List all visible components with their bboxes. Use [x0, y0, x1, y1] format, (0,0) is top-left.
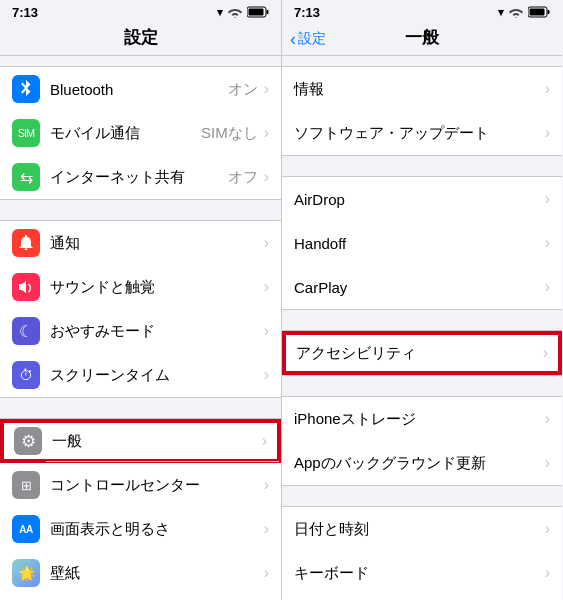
section-storage: iPhoneストレージ › Appのバックグラウンド更新 › — [282, 396, 562, 486]
row-general[interactable]: ⚙ 一般 › — [0, 419, 281, 463]
mobile-icon: SIM — [12, 119, 40, 147]
mobile-label: モバイル通信 — [50, 124, 201, 143]
svg-rect-1 — [249, 8, 264, 15]
row-donotdisturb[interactable]: ☾ おやすみモード › — [0, 309, 281, 353]
settings-list-right[interactable]: 情報 › ソフトウェア・アップデート › AirDrop › Handoff › — [282, 56, 562, 600]
signal-icon-right: ▾ — [498, 6, 504, 19]
row-carplay[interactable]: CarPlay › — [282, 265, 562, 309]
display-label: 画面表示と明るさ — [50, 520, 264, 539]
screentime-icon: ⏱ — [12, 361, 40, 389]
wifi-icon-left — [227, 6, 243, 20]
row-datetime[interactable]: 日付と時刻 › — [282, 507, 562, 551]
row-mobile[interactable]: SIM モバイル通信 SIMなし › — [0, 111, 281, 155]
internet-chevron: › — [264, 168, 269, 186]
row-screentime[interactable]: ⏱ スクリーンタイム › — [0, 353, 281, 397]
status-bar-left: 7:13 ▾ — [0, 0, 281, 22]
svg-rect-8 — [548, 10, 550, 14]
screentime-chevron: › — [264, 366, 269, 384]
info-label: 情報 — [294, 80, 545, 99]
accessibility-chevron: › — [543, 344, 548, 362]
right-panel: 7:13 ▾ ‹ 設定 一般 情報 › — [281, 0, 562, 600]
row-keyboard[interactable]: キーボード › — [282, 551, 562, 595]
general-icon: ⚙ — [14, 427, 42, 455]
carplay-label: CarPlay — [294, 279, 545, 296]
internet-value: オフ — [228, 168, 258, 187]
screentime-label: スクリーンタイム — [50, 366, 264, 385]
info-chevron: › — [545, 80, 550, 98]
iphone-storage-label: iPhoneストレージ — [294, 410, 545, 429]
back-chevron-icon: ‹ — [290, 30, 296, 48]
control-icon: ⊞ — [12, 471, 40, 499]
section-general: ⚙ 一般 › ⊞ コントロールセンター › AA 画面表示と明るさ › 🌟 壁紙 — [0, 418, 281, 600]
bluetooth-chevron: › — [264, 80, 269, 98]
donotdisturb-label: おやすみモード — [50, 322, 264, 341]
left-panel: 7:13 ▾ 設定 Bluetooth オン — [0, 0, 281, 600]
airdrop-chevron: › — [545, 190, 550, 208]
software-chevron: › — [545, 124, 550, 142]
internet-icon: ⇆ — [12, 163, 40, 191]
status-time-right: 7:13 — [294, 5, 320, 20]
row-handoff[interactable]: Handoff › — [282, 221, 562, 265]
row-siri[interactable]: ◉ Siriと検索 › — [0, 595, 281, 600]
keyboard-chevron: › — [545, 564, 550, 582]
bluetooth-value: オン — [228, 80, 258, 99]
general-label: 一般 — [52, 432, 262, 451]
row-control[interactable]: ⊞ コントロールセンター › — [0, 463, 281, 507]
nav-bar-left: 設定 — [0, 22, 281, 56]
signal-icon-left: ▾ — [217, 6, 223, 19]
settings-list-left[interactable]: Bluetooth オン › SIM モバイル通信 SIMなし › ⇆ インター… — [0, 56, 281, 600]
internet-label: インターネット共有 — [50, 168, 228, 187]
section-connectivity: Bluetooth オン › SIM モバイル通信 SIMなし › ⇆ インター… — [0, 66, 281, 200]
row-sound[interactable]: サウンドと触覚 › — [0, 265, 281, 309]
row-display[interactable]: AA 画面表示と明るさ › — [0, 507, 281, 551]
section-datetime: 日付と時刻 › キーボード › 言語と地域 › 辞書 › — [282, 506, 562, 600]
row-info[interactable]: 情報 › — [282, 67, 562, 111]
sound-chevron: › — [264, 278, 269, 296]
status-icons-left: ▾ — [217, 6, 269, 20]
wallpaper-icon: 🌟 — [12, 559, 40, 587]
bluetooth-icon — [12, 75, 40, 103]
svg-rect-7 — [530, 8, 545, 15]
wallpaper-chevron: › — [264, 564, 269, 582]
donotdisturb-chevron: › — [264, 322, 269, 340]
section-airdrop: AirDrop › Handoff › CarPlay › — [282, 176, 562, 310]
general-chevron: › — [262, 432, 267, 450]
row-notification[interactable]: 通知 › — [0, 221, 281, 265]
row-bluetooth[interactable]: Bluetooth オン › — [0, 67, 281, 111]
status-icons-right: ▾ — [498, 6, 550, 20]
carplay-chevron: › — [545, 278, 550, 296]
display-icon: AA — [12, 515, 40, 543]
nav-back-label: 設定 — [298, 30, 326, 48]
section-accessibility: アクセシビリティ › — [282, 330, 562, 376]
notification-chevron: › — [264, 234, 269, 252]
control-label: コントロールセンター — [50, 476, 264, 495]
nav-bar-right: ‹ 設定 一般 — [282, 22, 562, 56]
row-internet[interactable]: ⇆ インターネット共有 オフ › — [0, 155, 281, 199]
section-notifications: 通知 › サウンドと触覚 › ☾ おやすみモード › ⏱ スク — [0, 220, 281, 398]
row-airdrop[interactable]: AirDrop › — [282, 177, 562, 221]
row-software[interactable]: ソフトウェア・アップデート › — [282, 111, 562, 155]
handoff-label: Handoff — [294, 235, 545, 252]
datetime-chevron: › — [545, 520, 550, 538]
control-chevron: › — [264, 476, 269, 494]
keyboard-label: キーボード — [294, 564, 545, 583]
row-accessibility[interactable]: アクセシビリティ › — [282, 331, 562, 375]
row-iphone-storage[interactable]: iPhoneストレージ › — [282, 397, 562, 441]
bluetooth-label: Bluetooth — [50, 81, 228, 98]
sound-icon — [12, 273, 40, 301]
nav-back-button[interactable]: ‹ 設定 — [290, 30, 326, 48]
wallpaper-label: 壁紙 — [50, 564, 264, 583]
notification-icon — [12, 229, 40, 257]
battery-icon-left — [247, 6, 269, 20]
svg-rect-2 — [267, 10, 269, 14]
datetime-label: 日付と時刻 — [294, 520, 545, 539]
row-language[interactable]: 言語と地域 › — [282, 595, 562, 600]
wifi-icon-right — [508, 6, 524, 20]
donotdisturb-icon: ☾ — [12, 317, 40, 345]
mobile-chevron: › — [264, 124, 269, 142]
accessibility-label: アクセシビリティ — [296, 344, 543, 363]
nav-title-right: 一般 — [405, 28, 439, 47]
notification-label: 通知 — [50, 234, 264, 253]
row-app-refresh[interactable]: Appのバックグラウンド更新 › — [282, 441, 562, 485]
row-wallpaper[interactable]: 🌟 壁紙 › — [0, 551, 281, 595]
